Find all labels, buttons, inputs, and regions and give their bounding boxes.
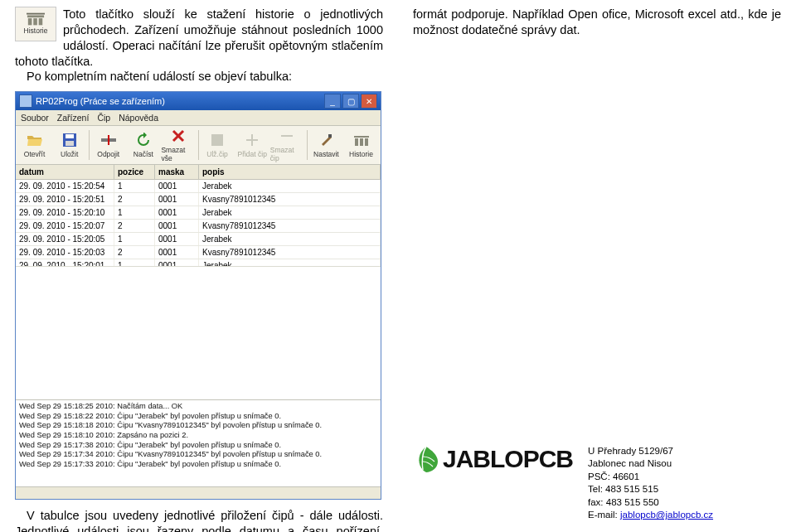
toolbar-label: Nastavit bbox=[313, 150, 339, 158]
toolbar-disconnect-button[interactable]: Odpojit bbox=[91, 128, 126, 162]
titlebar: RP02Prog (Práce se zařízením) _ ▢ ✕ bbox=[16, 92, 381, 110]
svg-rect-0 bbox=[27, 16, 44, 18]
history-icon bbox=[352, 132, 371, 148]
log-panel: Wed Sep 29 15:18:25 2010: Načítám data..… bbox=[16, 399, 381, 486]
toolbar-add-chip-button: Přidat čip bbox=[235, 128, 270, 162]
toolbar-label: Uložit bbox=[61, 150, 78, 158]
menu-item[interactable]: Soubor bbox=[21, 113, 49, 123]
svg-rect-1 bbox=[28, 19, 32, 26]
window-title: RP02Prog (Práce se zařízením) bbox=[36, 96, 165, 106]
toolbar-delete-all-button[interactable]: Smazat vše bbox=[161, 128, 196, 162]
folder-open-icon bbox=[26, 132, 44, 148]
table-body: 29. 09. 2010 - 15:20:5410001Jerabek29. 0… bbox=[16, 180, 381, 266]
menubar: Soubor Zařízení Čip Nápověda bbox=[16, 110, 381, 126]
log-line: Wed Sep 29 15:17:38 2010: Čipu "Jerabek"… bbox=[19, 441, 377, 451]
right-top-paragraph: formát podporuje. Například Open ofice, … bbox=[413, 7, 781, 38]
svg-rect-6 bbox=[66, 134, 74, 138]
contact-line: Tel: 483 515 515 bbox=[588, 483, 713, 496]
history-toolbar-icon-illustration: Historie bbox=[15, 7, 56, 41]
log-line: Wed Sep 29 15:18:22 2010: Čipu "Jerabek"… bbox=[19, 412, 377, 422]
close-button[interactable]: ✕ bbox=[361, 94, 377, 109]
menu-item[interactable]: Čip bbox=[97, 113, 110, 123]
toolbar-label: Ulž.čip bbox=[206, 150, 228, 158]
company-logo: JABLOPCB bbox=[413, 445, 573, 473]
app-window: RP02Prog (Práce se zařízením) _ ▢ ✕ Soub… bbox=[15, 91, 381, 500]
svg-rect-17 bbox=[328, 134, 332, 138]
toolbar-settings-button[interactable]: Nastavit bbox=[309, 128, 344, 162]
svg-rect-20 bbox=[360, 138, 363, 146]
delete-chip-icon bbox=[278, 128, 296, 144]
toolbar-label: Smazat vše bbox=[161, 146, 195, 162]
log-line: Wed Sep 29 15:18:18 2010: Čipu "Kvasny78… bbox=[19, 421, 377, 431]
company-logo-text: JABLOPCB bbox=[443, 445, 573, 473]
log-line: Wed Sep 29 15:18:10 2010: Zapsáno na poz… bbox=[19, 431, 377, 441]
table-row[interactable]: 29. 09. 2010 - 15:20:1010001Jerabek bbox=[16, 206, 381, 220]
save-chip-icon bbox=[208, 132, 226, 148]
intro-paragraph: Historie Toto tlačítko slouží ke stažení… bbox=[15, 7, 383, 85]
table-row[interactable]: 29. 09. 2010 - 15:20:0320001Kvasny789101… bbox=[16, 246, 381, 259]
svg-rect-4 bbox=[27, 13, 45, 15]
app-icon bbox=[19, 94, 32, 108]
contact-line: U Přehrady 5129/67 bbox=[588, 445, 713, 458]
contact-email-link[interactable]: jablopcb@jablopcb.cz bbox=[620, 510, 713, 520]
toolbar-save-chip-button: Ulž.čip bbox=[201, 128, 235, 162]
col-datum[interactable]: datum bbox=[16, 165, 114, 179]
contact-line: E-mail: jablopcb@jablopcb.cz bbox=[588, 509, 713, 522]
svg-rect-3 bbox=[39, 19, 43, 26]
log-line: Wed Sep 29 15:17:33 2010: Čipu "Jerabek"… bbox=[19, 460, 377, 470]
table-header: datum pozice maska popis bbox=[16, 165, 381, 180]
save-icon bbox=[61, 132, 79, 148]
statusbar bbox=[16, 486, 381, 499]
toolbar: OtevřítUložitOdpojitNačístSmazat všeUlž.… bbox=[16, 126, 381, 165]
svg-rect-16 bbox=[281, 135, 293, 137]
col-maska[interactable]: maska bbox=[155, 165, 199, 179]
toolbar-save-button[interactable]: Uložit bbox=[52, 128, 87, 162]
svg-rect-15 bbox=[246, 139, 258, 141]
toolbar-reload-button[interactable]: Načíst bbox=[126, 128, 161, 162]
contact-line: Jablonec nad Nisou bbox=[588, 457, 713, 471]
table-row[interactable]: 29. 09. 2010 - 15:20:5410001Jerabek bbox=[16, 180, 381, 193]
log-line: Wed Sep 29 15:18:25 2010: Načítám data..… bbox=[19, 402, 377, 412]
svg-rect-7 bbox=[66, 141, 74, 146]
table-empty-area bbox=[16, 266, 381, 399]
maximize-button[interactable]: ▢ bbox=[342, 94, 359, 109]
log-line: Wed Sep 29 15:17:34 2010: Čipu "Kvasny78… bbox=[19, 450, 377, 460]
toolbar-label: Přidat čip bbox=[237, 150, 266, 158]
toolbar-label: Odpojit bbox=[97, 150, 119, 158]
toolbar-delete-chip-button: Smazat čip bbox=[270, 128, 305, 162]
contact-block: U Přehrady 5129/67 Jablonec nad Nisou PS… bbox=[588, 445, 713, 522]
reload-icon bbox=[134, 132, 153, 148]
history-toolbar-icon-label: Historie bbox=[24, 27, 48, 36]
menu-item[interactable]: Nápověda bbox=[119, 113, 158, 123]
intro-text-2: Po kompletním načtení událostí se objeví… bbox=[15, 69, 383, 85]
toolbar-label: Načíst bbox=[133, 150, 153, 158]
toolbar-folder-open-button[interactable]: Otevřít bbox=[17, 128, 52, 162]
toolbar-label: Smazat čip bbox=[270, 146, 304, 162]
table-row[interactable]: 29. 09. 2010 - 15:20:0720001Kvasny789101… bbox=[16, 220, 381, 233]
col-pozice[interactable]: pozice bbox=[114, 165, 155, 179]
svg-rect-13 bbox=[211, 134, 223, 146]
svg-rect-8 bbox=[101, 138, 108, 142]
menu-item[interactable]: Zařízení bbox=[57, 113, 90, 123]
svg-rect-18 bbox=[354, 136, 369, 138]
svg-rect-2 bbox=[33, 19, 37, 26]
disconnect-icon bbox=[100, 132, 118, 148]
col-popis[interactable]: popis bbox=[199, 165, 381, 179]
add-chip-icon bbox=[243, 132, 261, 148]
leaf-icon bbox=[413, 445, 441, 473]
table-row[interactable]: 29. 09. 2010 - 15:20:0110001Jerabek bbox=[16, 259, 381, 266]
svg-rect-19 bbox=[355, 138, 358, 146]
toolbar-label: Historie bbox=[349, 150, 373, 158]
contact-email-label: E-mail: bbox=[588, 510, 620, 520]
toolbar-history-button[interactable]: Historie bbox=[344, 128, 379, 162]
table-row[interactable]: 29. 09. 2010 - 15:20:0510001Jerabek bbox=[16, 233, 381, 246]
settings-icon bbox=[317, 132, 335, 148]
svg-rect-21 bbox=[365, 138, 368, 146]
delete-all-icon bbox=[169, 128, 187, 144]
table-row[interactable]: 29. 09. 2010 - 15:20:5120001Kvasny789101… bbox=[16, 193, 381, 206]
intro-text-1: Toto tlačítko slouží ke stažení historie… bbox=[15, 7, 383, 68]
footer: JABLOPCB U Přehrady 5129/67 Jablonec nad… bbox=[413, 445, 781, 525]
outro-paragraph: V tabulce jsou uvedeny jednotlivé přilož… bbox=[15, 508, 383, 532]
contact-line: fax: 483 515 550 bbox=[588, 496, 713, 510]
minimize-button[interactable]: _ bbox=[324, 94, 341, 109]
